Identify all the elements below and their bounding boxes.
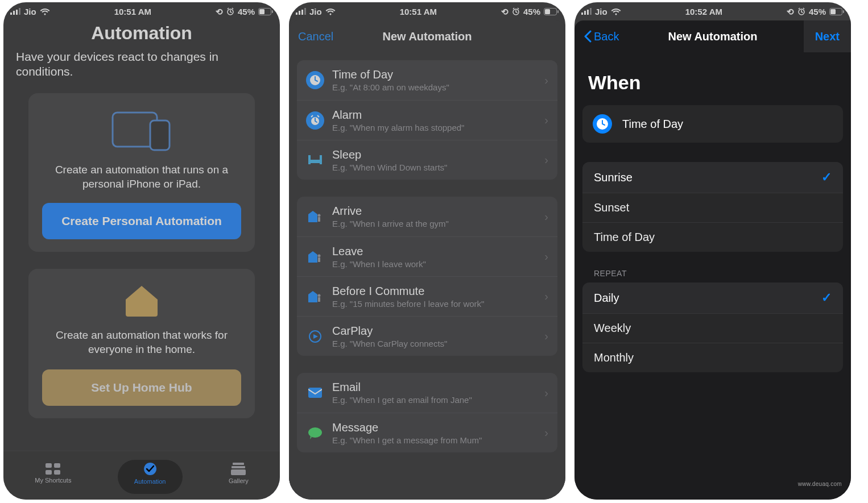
clock-icon (306, 71, 324, 89)
svg-rect-20 (301, 10, 303, 15)
repeat-option-weekly[interactable]: Weekly (582, 313, 843, 343)
screen-new-automation-list: Jio 10:51 AM ⟲ 45% Cancel New Automation… (289, 2, 565, 500)
alarm-icon (226, 7, 234, 15)
svg-rect-28 (309, 160, 321, 163)
trigger-title: Sleep (332, 148, 536, 161)
arrive-icon (306, 207, 324, 226)
chevron-right-icon: › (544, 290, 548, 303)
chevron-right-icon: › (544, 386, 548, 400)
svg-rect-10 (46, 463, 52, 468)
chevron-right-icon: › (544, 74, 548, 87)
trigger-row-clock[interactable]: Time of DayE.g. "At 8:00 am on weekdays"… (297, 60, 557, 100)
tab-my-shortcuts[interactable]: My Shortcuts (35, 463, 71, 484)
battery-icon (544, 8, 559, 15)
trigger-row-email[interactable]: EmailE.g. "When I get an email from Jane… (297, 373, 557, 413)
svg-rect-7 (272, 10, 273, 13)
svg-rect-19 (299, 11, 300, 15)
svg-rect-18 (296, 13, 297, 15)
tab-automation[interactable]: Automation (134, 462, 166, 485)
option-label: Weekly (594, 322, 631, 335)
svg-rect-15 (233, 463, 244, 465)
trigger-subtitle: E.g. "When I get an email from Jane" (332, 395, 536, 405)
chevron-right-icon: › (544, 330, 548, 343)
screen-automation-home: Jio 10:51 AM ⟲ 45% Automation Have your … (3, 2, 280, 500)
svg-rect-1 (13, 11, 15, 15)
time-of-day-summary[interactable]: Time of Day (582, 105, 843, 143)
cancel-button[interactable]: Cancel (298, 30, 333, 43)
trigger-row-leave[interactable]: LeaveE.g. "When I leave work"› (297, 236, 557, 276)
trigger-row-carplay[interactable]: CarPlayE.g. "When CarPlay connects"› (297, 316, 557, 356)
create-personal-automation-button[interactable]: Create Personal Automation (42, 203, 241, 239)
option-label: Sunset (594, 201, 629, 214)
trigger-row-bed[interactable]: SleepE.g. "When Wind Down starts"› (297, 140, 557, 180)
chevron-left-icon (584, 30, 592, 43)
trigger-row-commute[interactable]: Before I CommuteE.g. "15 minutes before … (297, 276, 557, 316)
trigger-subtitle: E.g. "When I arrive at the gym" (332, 219, 536, 228)
next-button[interactable]: Next (804, 20, 851, 52)
svg-rect-24 (545, 9, 550, 14)
page-title: Automation (3, 19, 280, 49)
clock-label: 10:51 AM (400, 7, 437, 16)
svg-rect-0 (10, 13, 12, 15)
time-options-group: Sunrise✓SunsetTime of Day (582, 162, 843, 252)
time-option-sunrise[interactable]: Sunrise✓ (582, 162, 843, 193)
svg-rect-40 (581, 13, 583, 15)
tab-gallery[interactable]: Gallery (229, 463, 249, 484)
clock-label: 10:52 AM (685, 7, 722, 16)
signal-icon (296, 8, 306, 15)
svg-rect-36 (318, 297, 320, 302)
bed-icon (306, 151, 324, 169)
sheet-title: New Automation (382, 30, 472, 43)
svg-rect-17 (231, 469, 246, 475)
time-option-sunset[interactable]: Sunset (582, 193, 843, 222)
svg-rect-25 (557, 10, 559, 13)
carplay-icon (306, 327, 324, 346)
repeat-option-daily[interactable]: Daily✓ (582, 282, 843, 313)
home-icon (42, 285, 241, 317)
repeat-option-monthly[interactable]: Monthly (582, 343, 843, 372)
svg-point-35 (318, 294, 321, 297)
clock-label: 10:51 AM (114, 7, 151, 16)
trigger-row-message[interactable]: MessageE.g. "When I get a message from M… (297, 413, 557, 452)
status-bar: Jio 10:51 AM ⟲ 45% (289, 2, 565, 19)
battery-icon (258, 8, 273, 15)
trigger-title: Alarm (332, 109, 536, 122)
svg-rect-2 (16, 10, 18, 15)
sheet-nav: Back New Automation Next (574, 20, 851, 52)
orientation-lock-icon: ⟲ (216, 7, 223, 16)
page-intro: Have your devices react to changes in co… (3, 49, 280, 80)
svg-rect-21 (304, 8, 306, 15)
clock-icon (593, 114, 612, 134)
svg-rect-6 (259, 9, 264, 14)
trigger-row-alarm[interactable]: AlarmE.g. "When my alarm has stopped"› (297, 100, 557, 140)
home-automation-card: Create an automation that works for ever… (28, 269, 255, 418)
checkmark-icon: ✓ (821, 170, 832, 185)
grid-icon (46, 463, 60, 475)
svg-rect-47 (843, 10, 844, 13)
checkmark-icon: ✓ (821, 290, 832, 305)
wifi-icon (40, 8, 50, 15)
carrier-label: Jio (24, 7, 36, 16)
leave-icon (306, 248, 324, 266)
svg-rect-16 (232, 466, 245, 468)
svg-rect-12 (46, 470, 52, 475)
svg-rect-46 (830, 9, 836, 14)
trigger-title: Time of Day (332, 68, 536, 81)
option-label: Monthly (594, 351, 634, 364)
svg-rect-41 (584, 11, 586, 15)
back-button[interactable]: Back (584, 30, 619, 43)
setup-home-hub-button[interactable]: Set Up Home Hub (42, 369, 241, 406)
svg-rect-34 (318, 257, 320, 262)
trigger-row-arrive[interactable]: ArriveE.g. "When I arrive at the gym"› (297, 197, 557, 236)
trigger-title: Before I Commute (332, 285, 536, 298)
svg-rect-32 (318, 217, 320, 222)
devices-icon (42, 109, 241, 151)
time-option-time-of-day[interactable]: Time of Day (582, 222, 843, 252)
repeat-heading: REPEAT (594, 269, 843, 278)
trigger-subtitle: E.g. "When my alarm has stopped" (332, 123, 536, 132)
trigger-title: Email (332, 381, 536, 394)
option-label: Sunrise (594, 171, 633, 184)
chevron-right-icon: › (544, 210, 548, 223)
alarm-icon (797, 7, 805, 15)
gallery-icon (231, 463, 246, 475)
